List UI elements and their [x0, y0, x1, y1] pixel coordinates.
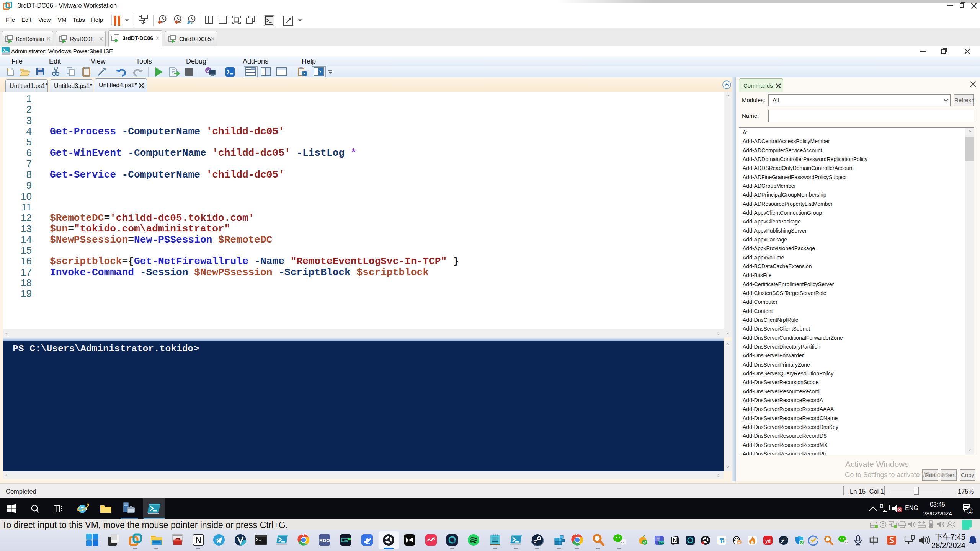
- svg-text:yd: yd: [765, 538, 771, 544]
- svg-text:NEW: NEW: [658, 541, 665, 544]
- svg-text:1: 1: [969, 508, 971, 514]
- svg-text:RDO: RDO: [319, 538, 330, 543]
- svg-text:TUBE: TUBE: [341, 539, 348, 542]
